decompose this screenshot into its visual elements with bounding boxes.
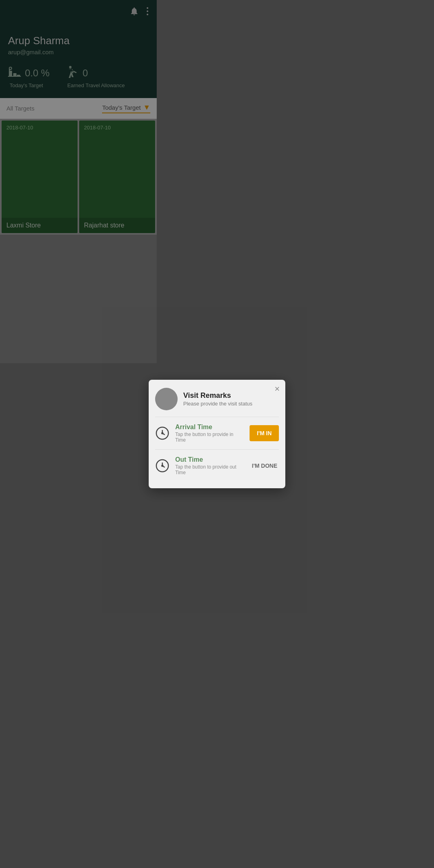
modal-overlay: Visit Remarks Please provide the visit s…: [0, 0, 157, 363]
